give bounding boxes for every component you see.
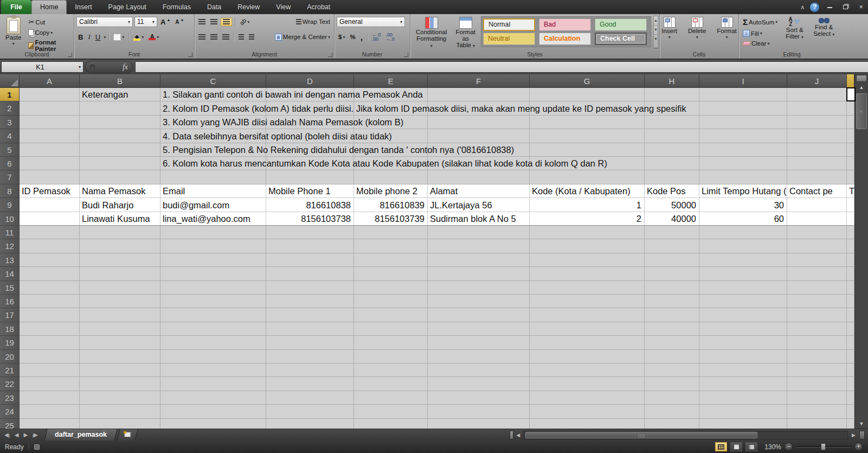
row-header-17[interactable]: 17	[0, 308, 20, 322]
insert-worksheet-button[interactable]: ✱	[117, 429, 138, 441]
collapse-ribbon-icon[interactable]: ∧	[800, 4, 805, 11]
copy-button[interactable]: Copy▾	[27, 29, 72, 36]
cell-A8[interactable]: ID Pemasok	[20, 184, 80, 198]
cell-E9[interactable]: 816610839	[354, 198, 428, 212]
column-header-D[interactable]: D	[266, 74, 354, 88]
column-header-E[interactable]: E	[354, 74, 428, 88]
style-good[interactable]: Good	[595, 18, 647, 31]
tab-review[interactable]: Review	[229, 0, 268, 14]
row-header-22[interactable]: 22	[0, 377, 20, 391]
italic-button[interactable]: I	[86, 32, 92, 42]
cell-B8[interactable]: Nama Pemasok	[80, 184, 160, 198]
hscroll-left-icon[interactable]: ◀	[513, 432, 523, 438]
macro-record-icon[interactable]	[34, 444, 40, 450]
row-header-8[interactable]: 8	[0, 184, 20, 198]
name-box-dropdown-icon[interactable]: ▾	[79, 65, 81, 69]
column-header-B[interactable]: B	[80, 74, 160, 88]
cell-D8[interactable]: Mobile Phone 1	[266, 184, 354, 198]
cell-H9[interactable]: 50000	[645, 198, 699, 212]
row-header-25[interactable]: 25	[0, 419, 20, 429]
tab-page-layout[interactable]: Page Layout	[100, 0, 155, 14]
style-check-cell[interactable]: Check Cell	[595, 33, 647, 45]
decrease-indent-button[interactable]	[237, 34, 246, 41]
cell-H10[interactable]: 40000	[645, 212, 699, 226]
column-header-I[interactable]: I	[699, 74, 787, 88]
column-header-G[interactable]: G	[530, 74, 645, 88]
format-as-table-button[interactable]: Formatas Table ▾	[453, 16, 479, 50]
row-header-11[interactable]: 11	[0, 226, 20, 239]
cell-C9[interactable]: budi@gmail.com	[160, 198, 266, 212]
alignment-dialog-launcher[interactable]	[328, 53, 332, 57]
find-select-button[interactable]: Find &Select ▾	[810, 16, 838, 47]
comma-style-button[interactable]: ,	[359, 32, 364, 42]
next-sheet-icon[interactable]: ▶	[23, 432, 28, 438]
cell-C6[interactable]: 6. Kolom kota harus mencantumkan Kode Ko…	[160, 157, 610, 170]
cell-J8[interactable]: Contact pe	[787, 184, 847, 198]
paste-button[interactable]: Paste▾	[2, 16, 24, 53]
vertical-scrollbar[interactable]: ▲ ≡ ▼	[854, 74, 868, 429]
clipboard-dialog-launcher[interactable]	[68, 53, 72, 57]
row-header-19[interactable]: 19	[0, 336, 20, 349]
cell-D10[interactable]: 8156103738	[266, 212, 354, 226]
sort-filter-button[interactable]: AZ Sort &Filter ▾	[782, 16, 807, 47]
cell-E8[interactable]: Mobile phone 2	[354, 184, 428, 198]
conditional-formatting-button[interactable]: ConditionalFormatting ▾	[413, 16, 451, 50]
font-color-button[interactable]: A▾	[147, 34, 160, 41]
row-header-3[interactable]: 3	[0, 116, 20, 129]
increase-decimal-button[interactable]: ←.0.00	[370, 32, 383, 42]
style-calculation[interactable]: Calculation	[539, 33, 591, 45]
normal-view-button[interactable]	[715, 442, 727, 451]
increase-indent-button[interactable]	[247, 34, 256, 41]
insert-function-button[interactable]: fx	[85, 61, 133, 73]
cell-B10[interactable]: Linawati Kusuma	[80, 212, 160, 226]
cell-C5[interactable]: 5. Pengisian Telepon & No Rekening didah…	[160, 143, 517, 157]
middle-align-button[interactable]	[209, 18, 219, 25]
wrap-text-button[interactable]: Wrap Text	[294, 18, 332, 25]
styles-gallery-scrollbar[interactable]: ▲ ▼ ▼—	[653, 16, 658, 49]
zoom-slider-thumb[interactable]	[821, 443, 826, 450]
row-header-16[interactable]: 16	[0, 295, 20, 308]
cell-C3[interactable]: 3. Kolom yang WAJIB diisi adalah Nama Pe…	[160, 116, 407, 129]
cell-G10[interactable]: 2	[530, 212, 645, 226]
last-sheet-icon[interactable]: |▶	[33, 432, 38, 438]
align-center-button[interactable]	[209, 34, 219, 41]
column-header-K[interactable]	[847, 74, 854, 88]
number-dialog-launcher[interactable]	[404, 53, 408, 57]
row-header-24[interactable]: 24	[0, 405, 20, 418]
format-cells-button[interactable]: Format▾	[713, 16, 740, 42]
clear-button[interactable]: Clear▾	[741, 40, 779, 47]
row-header-5[interactable]: 5	[0, 143, 20, 157]
row-header-12[interactable]: 12	[0, 239, 20, 253]
zoom-out-icon[interactable]: −	[785, 443, 793, 451]
cell-G8[interactable]: Kode (Kota / Kabupaten)	[530, 184, 645, 198]
align-right-button[interactable]	[221, 34, 231, 41]
style-neutral[interactable]: Neutral	[483, 33, 535, 45]
column-header-H[interactable]: H	[645, 74, 699, 88]
gallery-down-icon[interactable]: ▼	[654, 25, 658, 35]
cell-F10[interactable]: Sudirman blok A No 5	[428, 212, 530, 226]
row-header-9[interactable]: 9	[0, 198, 20, 212]
formula-input[interactable]	[135, 61, 868, 73]
row-header-20[interactable]: 20	[0, 350, 20, 363]
shrink-font-button[interactable]: A▼	[173, 18, 185, 25]
top-align-button[interactable]	[197, 18, 207, 25]
style-normal[interactable]: Normal	[483, 18, 535, 31]
active-cell-K1[interactable]	[846, 87, 856, 101]
column-header-A[interactable]: A	[20, 74, 80, 88]
delete-cells-button[interactable]: Delete▾	[685, 16, 709, 42]
cell-I8[interactable]: Limit Tempo Hutang (	[699, 184, 787, 198]
row-header-4[interactable]: 4	[0, 129, 20, 143]
row-header-21[interactable]: 21	[0, 363, 20, 377]
cell-C8[interactable]: Email	[160, 184, 266, 198]
select-all-corner[interactable]	[0, 74, 20, 88]
cell-C1[interactable]: 1. Silakan ganti contoh di bawah ini den…	[160, 88, 426, 101]
row-header-6[interactable]: 6	[0, 157, 20, 170]
row-header-1[interactable]: 1	[0, 88, 20, 101]
cell-I9[interactable]: 30	[699, 198, 787, 212]
autosum-button[interactable]: ΣAutoSum▾	[741, 17, 779, 27]
fill-button[interactable]: ↓Fill▾	[741, 29, 779, 37]
row-header-14[interactable]: 14	[0, 267, 20, 280]
file-tab[interactable]: File	[1, 0, 31, 14]
hscroll-right-icon[interactable]: ▶	[849, 432, 858, 438]
minimize-button[interactable]	[825, 0, 835, 14]
